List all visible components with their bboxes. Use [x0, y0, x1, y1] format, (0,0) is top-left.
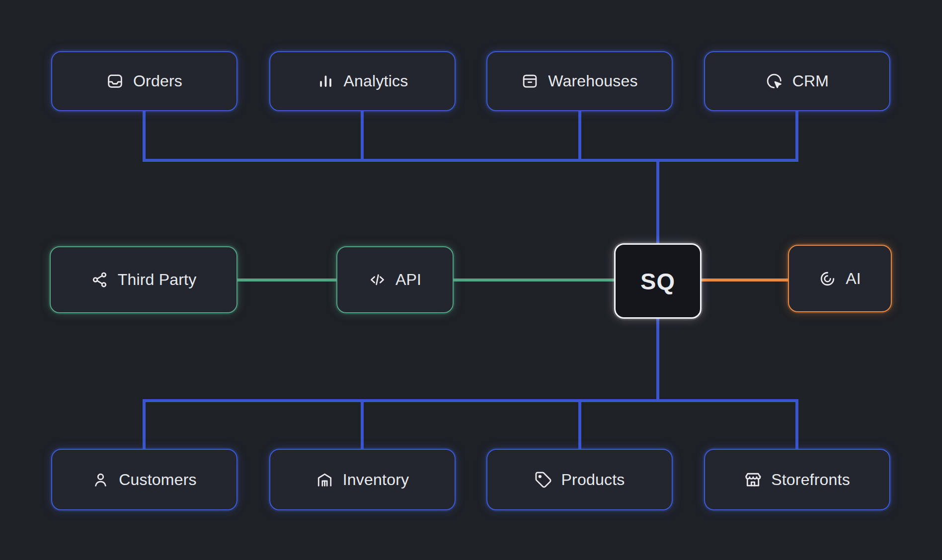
node-customers: Customers: [51, 449, 237, 510]
node-warehouses: Warehouses: [486, 51, 673, 111]
node-products-label: Products: [561, 471, 625, 489]
person-icon: [92, 471, 109, 489]
connector-bus-storefronts: [795, 399, 798, 450]
node-crm-label: CRM: [792, 72, 829, 90]
inbox-icon: [106, 72, 124, 90]
node-inventory: Inventory: [269, 449, 456, 510]
connector-bus-products: [578, 399, 581, 450]
code-icon: [369, 271, 386, 288]
connector-bottom-bus: [143, 399, 798, 402]
connector-thirdparty-api: [237, 279, 336, 281]
cursor-click-icon: [766, 72, 783, 90]
archive-box-icon: [521, 72, 539, 90]
node-warehouses-label: Warehouses: [548, 72, 637, 90]
node-third-party-label: Third Party: [118, 271, 197, 289]
node-sq-core: SQ: [614, 243, 702, 319]
connector-crm-bus: [795, 111, 798, 162]
connector-warehouses-bus: [578, 111, 581, 162]
node-orders-label: Orders: [133, 72, 182, 90]
node-api-label: API: [395, 271, 421, 289]
swirl-icon: [819, 270, 836, 287]
connector-analytics-bus: [361, 111, 364, 162]
node-sq-label: SQ: [640, 268, 675, 295]
connector-bus-inventory: [361, 399, 364, 450]
storefront-icon: [744, 471, 762, 489]
node-storefronts: Storefronts: [704, 449, 890, 510]
node-analytics: Analytics: [269, 51, 456, 111]
network-nodes-icon: [91, 271, 108, 288]
connector-sq-bottom-bus: [656, 318, 659, 400]
tag-icon: [535, 471, 552, 489]
warehouse-icon: [316, 471, 333, 489]
node-inventory-label: Inventory: [343, 471, 409, 489]
node-api: API: [336, 246, 454, 313]
connector-top-bus: [143, 159, 798, 162]
node-products: Products: [486, 449, 673, 510]
node-ai-label: AI: [846, 270, 861, 288]
connector-orders-bus: [143, 111, 146, 162]
node-third-party: Third Party: [50, 246, 237, 313]
connector-bus-customers: [143, 399, 146, 450]
node-orders: Orders: [51, 51, 237, 111]
connector-bus-sq-top: [656, 159, 659, 244]
architecture-diagram: Orders Analytics Warehouses CRM Third Pa…: [0, 0, 942, 560]
bar-chart-icon: [317, 72, 334, 90]
node-analytics-label: Analytics: [344, 72, 408, 90]
node-ai: AI: [788, 245, 892, 312]
node-customers-label: Customers: [119, 471, 197, 489]
connector-sq-ai: [702, 279, 788, 281]
node-crm: CRM: [704, 51, 890, 111]
node-storefronts-label: Storefronts: [771, 471, 850, 489]
connector-api-sq: [454, 279, 614, 281]
